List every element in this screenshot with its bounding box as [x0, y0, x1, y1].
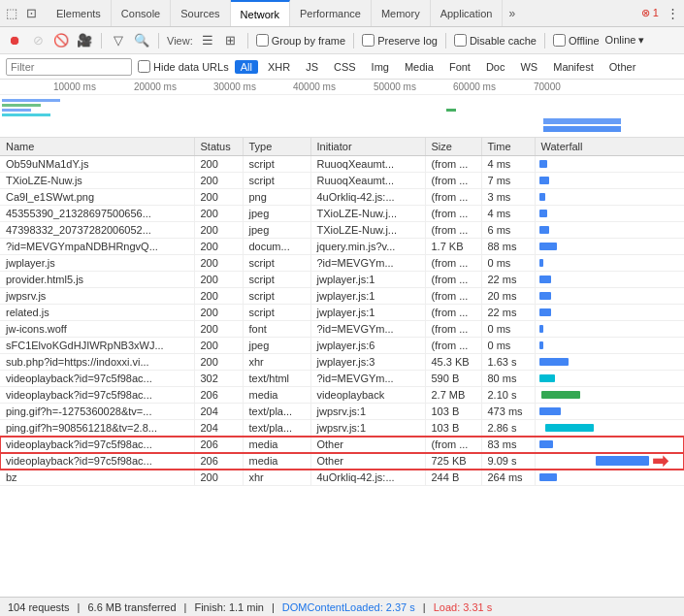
cell-status: 200	[194, 173, 243, 189]
table-row[interactable]: Ca9l_e1SWwt.png 200 png 4uOrkliq-42.js:.…	[0, 189, 684, 206]
header-size[interactable]: Size	[425, 138, 481, 156]
cell-status: 204	[194, 404, 243, 420]
stop-button[interactable]: ⊘	[29, 32, 47, 49]
divider4	[353, 33, 354, 49]
more-tabs-button[interactable]: »	[503, 7, 521, 20]
table-row[interactable]: videoplayback?id=97c5f98ac... 206 media …	[0, 437, 684, 453]
hide-data-urls-checkbox[interactable]: Hide data URLs	[138, 60, 229, 73]
cell-name: videoplayback?id=97c5f98ac...	[0, 437, 194, 453]
error-badge[interactable]: ⊗ 1	[641, 7, 659, 19]
cell-time: 3 ms	[481, 189, 535, 206]
cell-waterfall	[535, 206, 684, 222]
cell-status: 200	[194, 354, 243, 371]
header-initiator[interactable]: Initiator	[310, 138, 425, 156]
filter-manifest[interactable]: Manifest	[547, 60, 600, 74]
table-row[interactable]: jwplayer.js 200 script ?id=MEVGYm... (fr…	[0, 255, 684, 272]
group-frame-checkbox[interactable]: Group by frame	[256, 34, 345, 47]
filter-img[interactable]: Img	[366, 60, 395, 74]
cell-size: 103 B	[425, 404, 481, 420]
view-label: View:	[167, 35, 193, 47]
offline-input[interactable]	[553, 34, 566, 47]
list-view-icon[interactable]: ☰	[199, 32, 216, 49]
cell-status: 200	[194, 338, 243, 354]
settings-icon[interactable]: ⋮	[665, 6, 680, 21]
filter-js[interactable]: JS	[300, 60, 324, 74]
table-row[interactable]: TXioLZE-Nuw.js 200 script RuuoqXeaumt...…	[0, 173, 684, 189]
table-row[interactable]: Ob59uNMa1dY.js 200 script RuuoqXeaumt...…	[0, 156, 684, 173]
table-row[interactable]: sFC1ElvoKGdHJIWRpNB3xWJ... 200 jpeg jwpl…	[0, 338, 684, 354]
timeline: 10000 ms 20000 ms 30000 ms 40000 ms 5000…	[0, 80, 684, 138]
disable-cache-checkbox[interactable]: Disable cache	[454, 34, 537, 47]
divider2	[158, 33, 159, 49]
cell-status: 200	[194, 156, 243, 173]
table-row[interactable]: 47398332_20737282006052... 200 jpeg TXio…	[0, 222, 684, 239]
header-waterfall[interactable]: Waterfall	[535, 138, 684, 156]
filter-button[interactable]: ▽	[110, 32, 127, 49]
filter-css[interactable]: CSS	[328, 60, 362, 74]
inspect-icon[interactable]: ⬚	[4, 6, 19, 21]
filter-font[interactable]: Font	[443, 60, 476, 74]
table-row[interactable]: ?id=MEVGYmpaNDBHRngvQ... 200 docum... jq…	[0, 239, 684, 255]
cell-status: 206	[194, 437, 243, 453]
cell-time: 22 ms	[481, 305, 535, 321]
table-row[interactable]: videoplayback?id=97c5f98ac... 206 media …	[0, 453, 684, 470]
cell-status: 200	[194, 305, 243, 321]
device-icon[interactable]: ⊡	[23, 6, 39, 21]
cell-waterfall	[535, 371, 684, 387]
tab-network[interactable]: Network	[231, 0, 290, 26]
header-name[interactable]: Name	[0, 138, 194, 156]
table-row[interactable]: provider.html5.js 200 script jwplayer.js…	[0, 272, 684, 288]
cell-type: script	[243, 272, 310, 288]
cell-initiator: 4uOrkliq-42.js:...	[310, 189, 425, 206]
table-row[interactable]: jwpsrv.js 200 script jwplayer.js:1 (from…	[0, 288, 684, 305]
toolbar: ⏺ ⊘ 🚫 🎥 ▽ 🔍 View: ☰ ⊞ Group by frame Pre…	[0, 27, 684, 54]
header-type[interactable]: Type	[243, 138, 310, 156]
cell-size: (from ...	[425, 321, 481, 338]
tab-performance[interactable]: Performance	[290, 0, 372, 26]
cell-size: (from ...	[425, 288, 481, 305]
filter-doc[interactable]: Doc	[480, 60, 511, 74]
tab-console[interactable]: Console	[112, 0, 171, 26]
header-time[interactable]: Time	[481, 138, 535, 156]
record-button[interactable]: ⏺	[6, 32, 23, 49]
table-row[interactable]: videoplayback?id=97c5f98ac... 206 media …	[0, 387, 684, 404]
divider6	[544, 33, 545, 49]
table-row[interactable]: 45355390_21328697500656... 200 jpeg TXio…	[0, 206, 684, 222]
cell-initiator: jwplayer.js:1	[310, 288, 425, 305]
table-row[interactable]: bz 200 xhr 4uOrkliq-42.js:... 244 B 264 …	[0, 470, 684, 486]
tab-elements[interactable]: Elements	[47, 0, 112, 26]
cell-type: script	[243, 156, 310, 173]
grid-view-icon[interactable]: ⊞	[222, 32, 240, 49]
table-row[interactable]: videoplayback?id=97c5f98ac... 302 text/h…	[0, 371, 684, 387]
table-row[interactable]: ping.gif?h=-1275360028&tv=... 204 text/p…	[0, 404, 684, 420]
cell-type: media	[243, 387, 310, 404]
filter-media[interactable]: Media	[399, 60, 440, 74]
search-button[interactable]: 🔍	[133, 32, 150, 49]
online-dropdown[interactable]: Online ▾	[605, 34, 645, 47]
table-row[interactable]: jw-icons.woff 200 font ?id=MEVGYm... (fr…	[0, 321, 684, 338]
table-row[interactable]: ping.gif?h=908561218&tv=2.8... 204 text/…	[0, 420, 684, 437]
cell-size: (from ...	[425, 305, 481, 321]
cell-waterfall	[535, 437, 684, 453]
hide-data-urls-input[interactable]	[138, 60, 150, 73]
filter-other[interactable]: Other	[603, 60, 642, 74]
cell-initiator: Other	[310, 453, 425, 470]
cell-status: 204	[194, 420, 243, 437]
table-row[interactable]: sub.php?id=https://indoxxi.vi... 200 xhr…	[0, 354, 684, 371]
filter-ws[interactable]: WS	[514, 60, 543, 74]
filter-all[interactable]: All	[235, 60, 258, 74]
disable-cache-input[interactable]	[454, 34, 467, 47]
filter-input[interactable]	[6, 58, 132, 76]
filter-xhr[interactable]: XHR	[262, 60, 296, 74]
clear-button[interactable]: 🚫	[52, 32, 70, 49]
tab-sources[interactable]: Sources	[171, 0, 230, 26]
group-frame-input[interactable]	[256, 34, 269, 47]
tab-memory[interactable]: Memory	[372, 0, 431, 26]
tab-application[interactable]: Application	[431, 0, 504, 26]
preserve-log-input[interactable]	[362, 34, 375, 47]
camera-button[interactable]: 🎥	[76, 32, 93, 49]
preserve-log-checkbox[interactable]: Preserve log	[362, 34, 438, 47]
table-row[interactable]: related.js 200 script jwplayer.js:1 (fro…	[0, 305, 684, 321]
offline-checkbox[interactable]: Offline	[553, 34, 600, 47]
header-status[interactable]: Status	[194, 138, 243, 156]
